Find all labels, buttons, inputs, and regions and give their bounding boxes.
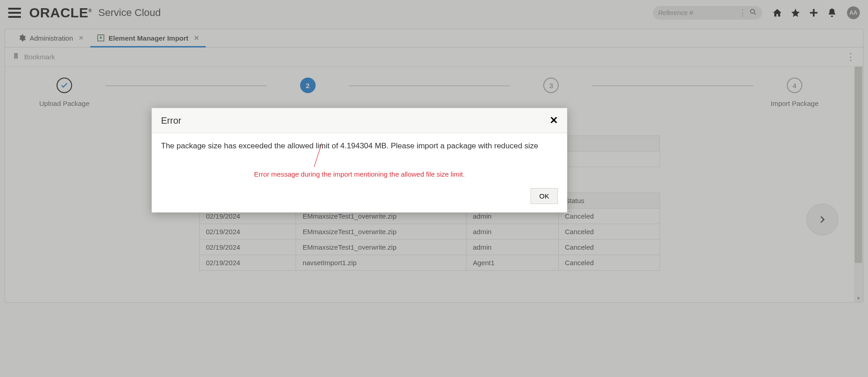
ok-button[interactable]: OK bbox=[530, 188, 558, 204]
dialog-header: Error ✕ bbox=[152, 108, 567, 133]
error-dialog: Error ✕ The package size has exceeded th… bbox=[151, 108, 567, 213]
annotation-text: Error message during the import mentioni… bbox=[152, 170, 567, 178]
dialog-title: Error bbox=[161, 115, 181, 126]
error-message: The package size has exceeded the allowe… bbox=[161, 141, 558, 151]
close-icon[interactable]: ✕ bbox=[550, 115, 558, 126]
dialog-footer: OK bbox=[152, 188, 567, 212]
dialog-body: The package size has exceeded the allowe… bbox=[152, 133, 567, 188]
